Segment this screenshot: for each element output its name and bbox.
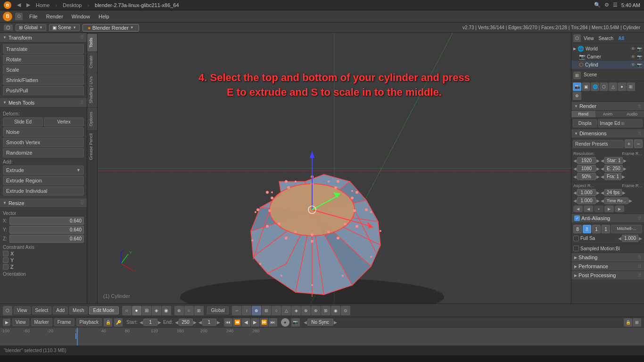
scene-properties-icon[interactable]: ▣ — [582, 82, 590, 91]
tab-grease-pencil[interactable]: Grease Pencil — [87, 131, 97, 163]
aa-box-3[interactable]: 1 — [592, 225, 601, 233]
slide-edge-btn[interactable]: Slide Ed — [3, 117, 43, 126]
tab-tools[interactable]: Tools — [87, 34, 97, 51]
pct-left-arrow[interactable]: ◀ — [573, 174, 577, 179]
fra-right-arrow[interactable]: ▶ — [622, 174, 625, 179]
outliner-camera[interactable]: 📷 Camer 👁 📷 — [571, 53, 644, 61]
res-y-left-arrow[interactable]: ◀ — [573, 166, 577, 171]
aa-box-2[interactable]: 8 — [583, 225, 591, 233]
end-right-arrow[interactable]: ▶ — [623, 166, 627, 171]
mirror-edit[interactable]: ⊞ — [194, 306, 204, 315]
tool-6[interactable]: △ — [281, 306, 291, 315]
all-btn[interactable]: All — [616, 35, 626, 41]
texture-properties-icon[interactable]: ⊞ — [627, 82, 635, 91]
play-btn[interactable]: ▶ — [251, 318, 259, 327]
desktop-link[interactable]: Desktop — [63, 2, 82, 8]
push-pull-btn[interactable]: Push/Pull — [3, 86, 84, 95]
record-btn[interactable]: ● — [281, 318, 289, 327]
timeline-view-btn[interactable]: View — [12, 318, 29, 326]
timeline-playback-btn[interactable]: Playback — [76, 318, 102, 326]
layout-select[interactable]: ⊞ Global ▼ — [16, 24, 46, 31]
solid-btn[interactable]: ● — [132, 306, 141, 315]
render-section-header[interactable]: ▼ Render ⠿ — [571, 102, 644, 111]
timeline-ruler[interactable]: -100 -60 -20 0 40 80 120 160 200 240 280 — [0, 328, 644, 346]
tool-10[interactable]: ⊞ — [321, 306, 330, 315]
fra-val[interactable]: Fra: 1 — [604, 173, 621, 180]
toggle-right[interactable]: ▶ — [615, 206, 624, 212]
constraint-y-checkbox[interactable] — [3, 257, 8, 263]
res-y-right-arrow[interactable]: ▶ — [596, 166, 600, 171]
outliner-world[interactable]: ▶ 🌐 World 👁 📷 — [571, 45, 644, 53]
viewport-3d[interactable]: User Persp + — [98, 33, 571, 304]
pct-right-arrow[interactable]: ▶ — [596, 174, 600, 179]
res-left-arrow[interactable]: ◀ — [573, 158, 577, 163]
dimensions-header[interactable]: ▼ Dimensions ⠿ — [571, 129, 644, 138]
aa-box-1[interactable]: 8 — [573, 225, 582, 233]
aspect-x-input[interactable]: 1.000 — [577, 189, 596, 196]
scale-btn[interactable]: Scale — [3, 65, 84, 74]
z-value-input[interactable] — [9, 235, 84, 243]
render-tab-rend[interactable]: Rend — [571, 111, 596, 117]
cylinder-visibility[interactable]: 👁 — [631, 62, 636, 67]
menu-window[interactable]: Window — [68, 13, 94, 20]
view-btn[interactable]: View — [582, 35, 596, 41]
performance-section-header[interactable]: ▶ Performance ⠿ — [571, 262, 644, 271]
rendered-btn[interactable]: ◉ — [162, 306, 171, 315]
translate-btn[interactable]: Translate — [3, 44, 84, 54]
search-btn[interactable]: Search — [597, 35, 616, 41]
render-tab-audio[interactable]: Audio — [620, 111, 644, 117]
step-back-btn[interactable]: ⏪ — [233, 318, 241, 327]
jump-end-btn[interactable]: ⏭ — [269, 318, 277, 327]
rotate-btn[interactable]: Rotate — [3, 55, 84, 64]
add-menu-btn[interactable]: Add — [53, 306, 68, 314]
key-icon[interactable]: 🔑 — [114, 318, 123, 327]
play-reverse-btn[interactable]: ◀ — [242, 318, 250, 327]
mode-select[interactable]: Edit Mode — [89, 306, 119, 314]
star-val[interactable]: Star: 1 — [604, 157, 623, 164]
world-properties-icon[interactable]: 🌐 — [591, 82, 599, 91]
render-tab-anim[interactable]: Anim — [596, 111, 620, 117]
resize-panel-header[interactable]: ▼ Resize ⠿ — [0, 198, 87, 208]
settings-icon[interactable]: ⚙ — [604, 2, 609, 8]
aspect-y-input[interactable]: 1.000 — [577, 197, 596, 204]
jump-start-btn[interactable]: ⏮ — [224, 318, 232, 327]
physics-properties-icon[interactable]: ⊕ — [573, 91, 581, 100]
toggle-left[interactable]: ◀ — [573, 206, 583, 212]
scene-select[interactable]: ▣ Scene ▼ — [49, 24, 80, 31]
current-frame-val[interactable]: 1 — [202, 319, 216, 326]
res-x-right-arrow[interactable]: ▶ — [596, 158, 600, 163]
render-presets-remove[interactable]: − — [634, 140, 643, 148]
vertex-btn[interactable]: Vertex — [44, 117, 84, 126]
toggle-mid-right[interactable]: ▶ — [604, 206, 614, 212]
end-val[interactable]: 250 — [179, 319, 193, 326]
fra-left-arrow[interactable]: ◀ — [601, 174, 604, 179]
menu-help[interactable]: Help — [95, 13, 113, 20]
timeline-frame-btn[interactable]: Frame — [54, 318, 74, 326]
tool-4[interactable]: ⊞ — [262, 306, 271, 315]
search-icon[interactable]: 🔍 — [594, 2, 601, 8]
proportional-edit[interactable]: ○ — [184, 306, 194, 315]
world-visibility[interactable]: 👁 — [631, 46, 636, 51]
material-properties-icon[interactable]: ● — [618, 82, 626, 91]
step-forward-btn[interactable]: ⏩ — [260, 318, 268, 327]
mitchell-btn[interactable]: Mitchell-... — [611, 225, 642, 233]
menu-render[interactable]: Render — [42, 13, 67, 20]
aa-box-4[interactable]: 1 — [602, 225, 610, 233]
extrude-individual-btn[interactable]: Extrude Individual — [3, 186, 84, 196]
tool-2[interactable]: ↕ — [242, 306, 251, 315]
tab-shading-uvs[interactable]: Shading / UVs — [87, 73, 97, 107]
transform-panel-header[interactable]: ▼ Transform ⠿ — [0, 33, 87, 42]
x-value-input[interactable] — [9, 217, 84, 225]
nav-back-btn[interactable]: ◀ — [17, 2, 21, 8]
fps-input[interactable]: 24 fps — [604, 189, 622, 196]
display-btn[interactable]: Displa — [573, 119, 597, 127]
tab-options[interactable]: Options — [87, 108, 97, 130]
aa-header[interactable]: ✓ Anti-Aliasing ⠿ — [571, 214, 644, 223]
sampled-motion-checkbox[interactable] — [573, 246, 579, 251]
lock-icon[interactable]: 🔒 — [104, 318, 112, 327]
render-presets-add[interactable]: + — [625, 140, 633, 148]
tool-12[interactable]: ⊙ — [341, 306, 350, 315]
menu-icon[interactable]: ☰ — [613, 2, 618, 8]
camera-snap-btn[interactable]: 📷 — [291, 318, 300, 327]
post-processing-section-header[interactable]: ▶ Post Processing ⠿ — [571, 271, 644, 280]
